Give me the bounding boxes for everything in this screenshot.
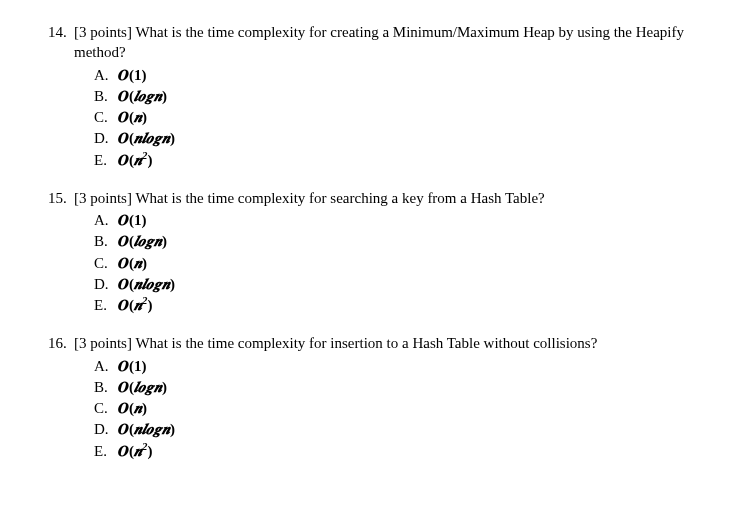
option-item: C.𝑶(𝒏) <box>94 253 730 273</box>
option-label: E. <box>94 295 118 315</box>
options-list: A.𝑶(1)B.𝑶(𝒍𝒐𝒈𝒏)C.𝑶(𝒏)D.𝑶(𝒏𝒍𝒐𝒈𝒏)E.𝑶(𝒏2) <box>94 356 730 461</box>
option-item: A.𝑶(1) <box>94 65 730 85</box>
option-value: 𝑶(𝒏2) <box>118 150 152 170</box>
option-value: 𝑶(𝒏2) <box>118 441 152 461</box>
option-item: E.𝑶(𝒏2) <box>94 441 730 461</box>
option-item: D.𝑶(𝒏𝒍𝒐𝒈𝒏) <box>94 419 730 439</box>
question-text: [3 points] What is the time complexity f… <box>74 188 730 208</box>
question-header: 15.[3 points] What is the time complexit… <box>48 188 730 208</box>
question-text: [3 points] What is the time complexity f… <box>74 333 730 353</box>
option-label: D. <box>94 419 118 439</box>
option-item: C.𝑶(𝒏) <box>94 398 730 418</box>
option-label: E. <box>94 441 118 461</box>
option-item: B.𝑶(𝒍𝒐𝒈𝒏) <box>94 231 730 251</box>
option-value: 𝑶(𝒍𝒐𝒈𝒏) <box>118 86 167 106</box>
option-value: 𝑶(𝒍𝒐𝒈𝒏) <box>118 231 167 251</box>
questions-container: 14.[3 points] What is the time complexit… <box>48 22 730 461</box>
option-value: 𝑶(𝒏𝒍𝒐𝒈𝒏) <box>118 419 175 439</box>
option-item: E.𝑶(𝒏2) <box>94 295 730 315</box>
option-value: 𝑶(𝒏𝒍𝒐𝒈𝒏) <box>118 274 175 294</box>
option-item: A.𝑶(1) <box>94 356 730 376</box>
question-number: 15. <box>48 188 74 208</box>
option-value: 𝑶(1) <box>118 65 147 85</box>
option-item: C.𝑶(𝒏) <box>94 107 730 127</box>
option-value: 𝑶(𝒍𝒐𝒈𝒏) <box>118 377 167 397</box>
question-number: 14. <box>48 22 74 63</box>
question-header: 16.[3 points] What is the time complexit… <box>48 333 730 353</box>
option-value: 𝑶(𝒏) <box>118 253 147 273</box>
option-item: D.𝑶(𝒏𝒍𝒐𝒈𝒏) <box>94 274 730 294</box>
option-value: 𝑶(𝒏𝒍𝒐𝒈𝒏) <box>118 128 175 148</box>
question-number: 16. <box>48 333 74 353</box>
option-label: D. <box>94 274 118 294</box>
option-label: C. <box>94 253 118 273</box>
question: 16.[3 points] What is the time complexit… <box>48 333 730 461</box>
option-label: A. <box>94 356 118 376</box>
question: 15.[3 points] What is the time complexit… <box>48 188 730 316</box>
question-text: [3 points] What is the time complexity f… <box>74 22 730 63</box>
option-item: D.𝑶(𝒏𝒍𝒐𝒈𝒏) <box>94 128 730 148</box>
question: 14.[3 points] What is the time complexit… <box>48 22 730 170</box>
option-label: A. <box>94 65 118 85</box>
option-item: E.𝑶(𝒏2) <box>94 150 730 170</box>
options-list: A.𝑶(1)B.𝑶(𝒍𝒐𝒈𝒏)C.𝑶(𝒏)D.𝑶(𝒏𝒍𝒐𝒈𝒏)E.𝑶(𝒏2) <box>94 65 730 170</box>
question-header: 14.[3 points] What is the time complexit… <box>48 22 730 63</box>
option-label: C. <box>94 398 118 418</box>
option-value: 𝑶(1) <box>118 210 147 230</box>
option-value: 𝑶(𝒏) <box>118 398 147 418</box>
options-list: A.𝑶(1)B.𝑶(𝒍𝒐𝒈𝒏)C.𝑶(𝒏)D.𝑶(𝒏𝒍𝒐𝒈𝒏)E.𝑶(𝒏2) <box>94 210 730 315</box>
option-label: A. <box>94 210 118 230</box>
option-item: B.𝑶(𝒍𝒐𝒈𝒏) <box>94 377 730 397</box>
option-label: D. <box>94 128 118 148</box>
option-item: A.𝑶(1) <box>94 210 730 230</box>
option-value: 𝑶(𝒏) <box>118 107 147 127</box>
option-value: 𝑶(1) <box>118 356 147 376</box>
option-label: E. <box>94 150 118 170</box>
option-label: B. <box>94 377 118 397</box>
option-label: C. <box>94 107 118 127</box>
option-label: B. <box>94 86 118 106</box>
option-item: B.𝑶(𝒍𝒐𝒈𝒏) <box>94 86 730 106</box>
option-value: 𝑶(𝒏2) <box>118 295 152 315</box>
option-label: B. <box>94 231 118 251</box>
